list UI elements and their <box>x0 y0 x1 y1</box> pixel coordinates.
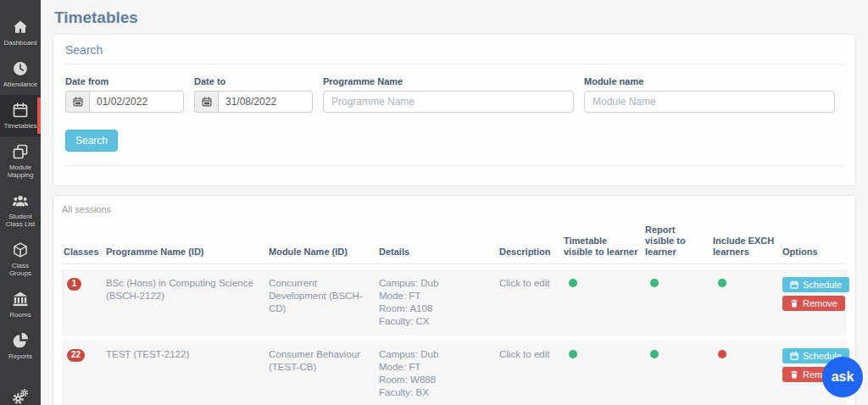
date-from-input[interactable] <box>89 91 184 113</box>
sessions-table-header: Classes Programme Name (ID) Module Name … <box>62 225 847 264</box>
search-panel-title: Search <box>65 43 843 64</box>
calendar-addon-icon <box>194 91 218 113</box>
classes-count-badge: 22 <box>67 349 85 362</box>
table-row: 22 TEST (TEST-2122) Consumer Behaviour (… <box>62 341 847 405</box>
col-header-options: Options <box>782 247 847 258</box>
sidebar-item-label: Student Class List <box>2 213 39 228</box>
page-title: Timetables <box>54 8 856 27</box>
sidebar-item-rooms[interactable]: Rooms <box>0 284 41 325</box>
all-sessions-panel: All sessions Classes Programme Name (ID)… <box>53 195 856 405</box>
sidebar-item-dashboard[interactable]: Dashboard <box>0 12 41 53</box>
calendar-addon-icon <box>65 91 89 113</box>
timetable-visible-dot[interactable] <box>569 350 577 358</box>
schedule-button[interactable]: Schedule <box>782 277 849 292</box>
module-name-input[interactable] <box>584 91 835 113</box>
trash-icon <box>790 299 798 308</box>
bank-icon <box>12 291 29 308</box>
module-name-cell: Concurrent Development (BSCH-CD) <box>269 277 377 315</box>
module-name-label: Module name <box>584 76 835 86</box>
calendar-icon <box>790 280 798 289</box>
calendar-icon <box>790 352 798 360</box>
include-exch-dot[interactable] <box>718 279 726 287</box>
programme-name-label: Programme Name <box>323 76 574 86</box>
options-cell: Schedule Remove <box>782 277 856 311</box>
sidebar-item-label: Dashboard <box>3 39 36 47</box>
sidebar-item-student-class-list[interactable]: Student Class List <box>0 186 41 235</box>
sidebar-item-label: Timetables <box>4 122 37 130</box>
all-sessions-title: All sessions <box>62 204 847 214</box>
timetable-visible-dot[interactable] <box>569 279 577 287</box>
date-to-group: Date to <box>194 76 313 113</box>
details-cell: Campus: Dub Mode: FT Room: W888 Faculty:… <box>379 348 498 399</box>
sidebar-item-class-groups[interactable]: Class Groups <box>0 235 41 284</box>
sidebar-item-reports[interactable]: Reports <box>0 325 41 367</box>
home-icon <box>12 19 29 36</box>
clock-icon <box>12 60 29 77</box>
date-to-label: Date to <box>194 76 313 86</box>
date-to-input[interactable] <box>218 91 313 113</box>
classes-count-badge: 1 <box>67 278 81 291</box>
col-header-timetable-visible: Timetable visible to learner <box>564 236 643 258</box>
col-header-report-visible: Report visible to learner <box>645 225 711 258</box>
sidebar-item-label: Module Mapping <box>2 164 39 179</box>
report-visible-dot[interactable] <box>650 279 659 287</box>
cube-icon <box>12 241 29 258</box>
sidebar: Dashboard Attendance Timetables Module M… <box>0 0 41 405</box>
col-header-module: Module Name (ID) <box>269 247 377 258</box>
sidebar-item-label: Class Groups <box>2 262 39 277</box>
module-name-cell: Consumer Behaviour (TEST-CB) <box>269 348 377 374</box>
programme-name-cell: BSc (Hons) in Computing Science (BSCH-21… <box>106 277 267 302</box>
pie-chart-icon <box>12 332 29 349</box>
sidebar-item-timetables[interactable]: Timetables <box>0 95 41 136</box>
description-click-to-edit[interactable]: Click to edit <box>499 277 562 290</box>
date-from-label: Date from <box>65 76 184 86</box>
sidebar-item-settings[interactable] <box>0 381 41 405</box>
programme-name-group: Programme Name <box>323 76 574 113</box>
details-cell: Campus: Dub Mode: FT Room: A108 Faculty:… <box>379 277 498 328</box>
users-icon <box>12 192 29 209</box>
sidebar-item-label: Rooms <box>9 311 31 319</box>
search-button[interactable]: Search <box>65 130 118 152</box>
col-header-details: Details <box>379 247 498 258</box>
sidebar-item-label: Reports <box>8 352 32 360</box>
remove-button[interactable]: Remove <box>782 296 845 311</box>
sidebar-item-module-mapping[interactable]: Module Mapping <box>0 136 41 186</box>
gears-icon <box>12 388 29 405</box>
divider <box>65 165 843 175</box>
sidebar-item-label: Attendance <box>3 80 37 88</box>
col-header-description: Description <box>499 247 562 258</box>
col-header-include-exch: Include EXCH learners <box>713 236 781 258</box>
search-form-row: Date from Date to Programme <box>65 76 843 113</box>
programme-name-input[interactable] <box>323 91 574 113</box>
date-from-group: Date from <box>65 76 184 113</box>
programme-name-cell: TEST (TEST-2122) <box>106 348 267 361</box>
ask-floating-button[interactable]: ask <box>822 357 863 397</box>
col-header-programme: Programme Name (ID) <box>106 247 267 258</box>
copy-icon <box>12 143 29 160</box>
module-name-group: Module name <box>584 76 835 113</box>
calendar-icon <box>12 102 29 119</box>
table-row: 1 BSc (Hons) in Computing Science (BSCH-… <box>62 269 847 336</box>
main-content: Timetables Search Date from Date to <box>41 0 868 405</box>
search-panel: Search Date from Date to <box>53 34 856 186</box>
include-exch-dot[interactable] <box>718 350 726 358</box>
trash-icon <box>790 370 798 379</box>
sidebar-item-attendance[interactable]: Attendance <box>0 53 41 95</box>
report-visible-dot[interactable] <box>650 350 659 358</box>
col-header-classes: Classes <box>64 247 104 258</box>
description-click-to-edit[interactable]: Click to edit <box>499 348 562 361</box>
